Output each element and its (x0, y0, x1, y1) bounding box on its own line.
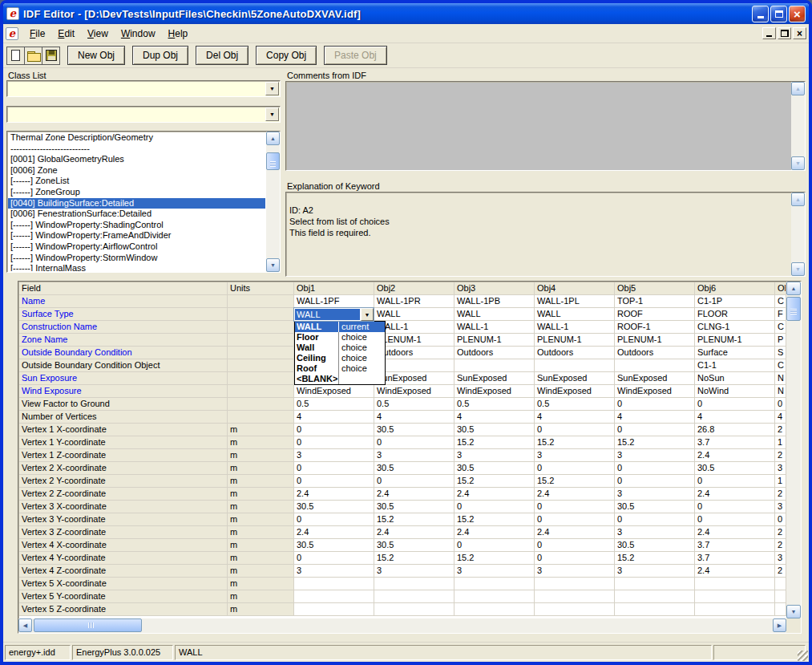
grid-cell[interactable]: 2 (775, 526, 786, 539)
grid-cell[interactable]: WindExposed (374, 385, 454, 398)
grid-cell[interactable]: 1 (775, 475, 786, 488)
grid-cell[interactable]: PLENUM-1 (374, 334, 454, 347)
surface-type-combo[interactable]: WALL▼ (293, 307, 374, 322)
save-file-button[interactable] (42, 47, 60, 65)
grid-cell[interactable]: 0.5 (535, 398, 615, 411)
grid-cell[interactable]: 2.4 (695, 565, 775, 578)
grid-cell[interactable] (294, 590, 374, 603)
grid-cell[interactable]: 3 (775, 501, 786, 513)
grid-cell[interactable] (294, 578, 374, 590)
grid-cell[interactable]: 0.5 (294, 398, 374, 411)
grid-cell[interactable]: 0.5 (454, 398, 535, 411)
class-listbox[interactable]: Thermal Zone Description/Geometry-------… (6, 131, 281, 273)
grid-cell[interactable]: 30.5 (454, 424, 535, 436)
grid-cell[interactable]: 2.4 (695, 449, 775, 462)
grid-cell[interactable]: 15.2 (535, 436, 615, 449)
close-button[interactable]: × (789, 6, 806, 22)
grid-cell[interactable]: SunExposed (615, 372, 695, 385)
grid-cell[interactable]: 0 (695, 398, 775, 411)
grid-cell[interactable]: 0 (454, 539, 535, 552)
grid-cell[interactable]: 2 (775, 449, 786, 462)
toolbar-button-del-obj[interactable]: Del Obj (196, 46, 248, 65)
scroll-down-button[interactable]: ▼ (266, 258, 280, 272)
grid-cell[interactable]: 3 (454, 449, 535, 462)
grid-cell[interactable] (374, 578, 454, 590)
grid-cell[interactable]: 0 (294, 462, 374, 475)
grid-cell[interactable]: 30.5 (615, 501, 695, 513)
grid-cell[interactable]: 0.5 (374, 398, 454, 411)
grid-cell[interactable]: 2.4 (535, 526, 615, 539)
class-list-item[interactable]: Thermal Zone Description/Geometry (8, 132, 265, 144)
menu-item-view[interactable]: View (81, 26, 115, 42)
grid-cell[interactable]: 2.4 (695, 488, 775, 501)
grid-cell[interactable]: S (775, 347, 786, 359)
grid-cell[interactable]: 0 (695, 501, 775, 513)
grid-cell[interactable] (615, 578, 695, 590)
grid-cell[interactable] (615, 603, 695, 616)
grid-cell[interactable]: 0 (294, 475, 374, 488)
grid-header-units[interactable]: Units (228, 282, 294, 295)
grid-cell[interactable]: 15.2 (454, 513, 535, 526)
grid-cell[interactable]: CLNG-1 (695, 321, 775, 334)
grid-cell[interactable]: 0 (775, 398, 786, 411)
menu-item-help[interactable]: Help (162, 26, 195, 42)
scroll-down-button[interactable]: ▼ (791, 262, 805, 276)
grid-cell[interactable]: P (775, 334, 786, 347)
grid-cell[interactable]: 15.2 (615, 436, 695, 449)
class-list-item[interactable]: [------] WindowProperty:ShadingControl (8, 220, 265, 231)
grid-cell[interactable]: 0 (294, 424, 374, 436)
toolbar-button-dup-obj[interactable]: Dup Obj (132, 46, 188, 65)
grid-header-obj1[interactable]: Obj1 (294, 282, 374, 295)
grid-cell[interactable]: C1-1 (695, 359, 775, 372)
scroll-up-button[interactable]: ▲ (786, 282, 801, 295)
grid-cell[interactable] (454, 578, 535, 590)
grid-cell[interactable]: 15.2 (535, 475, 615, 488)
dropdown-option-ceiling[interactable]: Ceilingchoice (295, 353, 385, 363)
grid-cell[interactable]: 2 (775, 424, 786, 436)
combo-dropdown-button[interactable]: ▼ (361, 308, 374, 321)
grid-cell[interactable]: PLENUM-1 (695, 334, 775, 347)
grid-cell[interactable]: 0 (535, 552, 615, 565)
grid-cell[interactable]: 0 (535, 539, 615, 552)
grid-cell[interactable]: Outdoors (374, 347, 454, 359)
grid-cell[interactable] (535, 603, 615, 616)
grid-cell[interactable]: 0 (695, 475, 775, 488)
grid-cell[interactable]: 2.4 (374, 488, 454, 501)
menu-item-window[interactable]: Window (115, 26, 162, 42)
mdi-minimize-button[interactable] (762, 27, 776, 39)
grid-cell[interactable]: WALL-1PB (454, 295, 535, 308)
grid-cell[interactable]: C (775, 321, 786, 334)
class-list-item[interactable]: [------] InternalMass (8, 263, 265, 271)
grid-cell[interactable]: F (775, 308, 786, 321)
minimize-button[interactable] (752, 6, 769, 22)
grid-cell[interactable]: 15.2 (615, 552, 695, 565)
grid-cell[interactable]: 0 (615, 513, 695, 526)
grid-cell[interactable]: 0 (535, 424, 615, 436)
comments-scrollbar[interactable]: ▲ ▼ (791, 82, 805, 170)
grid-cell[interactable]: ROOF-1 (615, 321, 695, 334)
grid-cell[interactable]: 4 (535, 411, 615, 424)
grid-cell[interactable]: 2.4 (294, 526, 374, 539)
grid-cell[interactable]: 3 (615, 449, 695, 462)
dropdown-option-roof[interactable]: Roofchoice (295, 363, 385, 374)
grid-cell[interactable]: 3.7 (695, 552, 775, 565)
grid-cell[interactable]: Surface (695, 347, 775, 359)
grid-cell[interactable]: WindExposed (535, 385, 615, 398)
grid-cell[interactable]: 0 (374, 436, 454, 449)
grid-cell[interactable]: C1-1P (695, 295, 775, 308)
grid-cell[interactable]: WindExposed (454, 385, 535, 398)
grid-cell[interactable]: 3 (294, 565, 374, 578)
grid-cell[interactable]: 3 (535, 449, 615, 462)
grid-cell[interactable]: NoWind (695, 385, 775, 398)
scroll-down-button[interactable]: ▼ (791, 156, 805, 170)
grid-cell[interactable]: 2.4 (454, 488, 535, 501)
grid-cell[interactable]: TOP-1 (615, 295, 695, 308)
grid-cell[interactable] (615, 590, 695, 603)
grid-vertical-scrollbar[interactable]: ▲ ▼ (786, 282, 801, 618)
grid-cell[interactable]: Outdoors (535, 347, 615, 359)
grid-cell[interactable]: WALL-1 (535, 321, 615, 334)
class-list-item[interactable]: [0006] Zone (8, 165, 265, 176)
grid-cell[interactable]: 4 (454, 411, 535, 424)
grid-cell[interactable]: 4 (695, 411, 775, 424)
document-icon[interactable]: e (6, 27, 18, 40)
